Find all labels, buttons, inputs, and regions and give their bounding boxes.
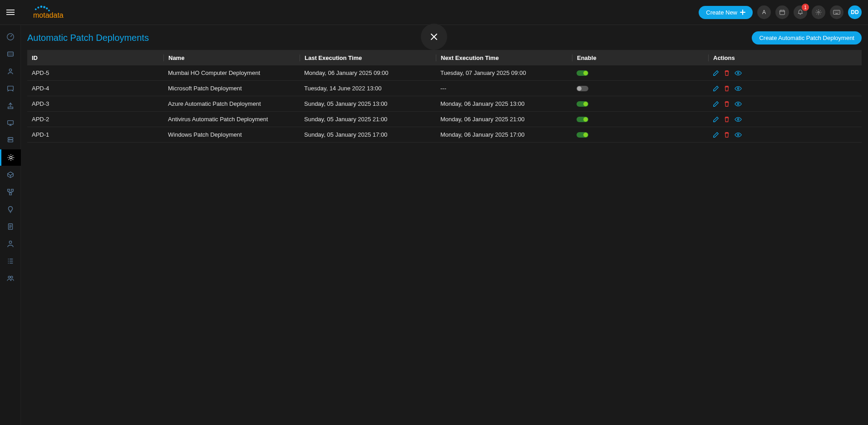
settings-button[interactable] (812, 5, 825, 19)
table-header: ID Name Last Execution Time Next Executi… (27, 50, 862, 65)
col-last-exec: Last Execution Time (300, 54, 436, 61)
delete-button[interactable] (724, 70, 730, 76)
delete-button[interactable] (724, 132, 730, 138)
gear-icon (7, 153, 15, 162)
eye-icon (735, 116, 742, 123)
trash-icon (724, 116, 730, 123)
enable-toggle[interactable] (577, 70, 588, 76)
cell-actions (708, 132, 862, 138)
table-row: APD-5Mumbai HO Computer DeploymentMonday… (27, 65, 862, 81)
svg-point-31 (737, 119, 739, 120)
pencil-icon (713, 70, 719, 76)
delete-button[interactable] (724, 85, 730, 92)
sidebar-item-ticket[interactable] (0, 46, 21, 62)
sidebar-item-integration[interactable] (0, 184, 21, 200)
edit-button[interactable] (713, 101, 719, 107)
enable-toggle[interactable] (577, 86, 588, 91)
sidebar-item-asset[interactable] (0, 80, 21, 97)
delete-button[interactable] (724, 116, 730, 123)
eye-icon (735, 85, 742, 92)
view-button[interactable] (735, 85, 742, 92)
menu-toggle[interactable] (6, 8, 15, 17)
cell-next-exec: Monday, 06 January 2025 13:00 (436, 100, 572, 107)
enable-toggle[interactable] (577, 132, 588, 138)
report-icon (6, 222, 15, 231)
cell-actions (708, 85, 862, 92)
edit-button[interactable] (713, 85, 719, 92)
edit-button[interactable] (713, 132, 719, 138)
view-button[interactable] (735, 132, 742, 138)
sidebar-item-cube[interactable] (0, 167, 21, 183)
edit-button[interactable] (713, 70, 719, 76)
svg-point-30 (737, 103, 739, 105)
svg-point-28 (737, 72, 739, 74)
col-name: Name (163, 54, 300, 61)
sidebar (0, 25, 21, 425)
edit-button[interactable] (713, 116, 719, 123)
cell-actions (708, 70, 862, 76)
cell-enable (572, 117, 708, 122)
cell-name: Antivirus Automatic Patch Deployment (163, 116, 300, 123)
col-next-exec: Next Execution Time (436, 54, 572, 61)
sidebar-item-server[interactable] (0, 132, 21, 148)
delete-button[interactable] (724, 101, 730, 107)
idea-icon (6, 205, 15, 213)
letter-button[interactable]: A (757, 5, 771, 19)
calendar-button[interactable] (775, 5, 789, 19)
svg-rect-15 (7, 121, 13, 124)
keyboard-button[interactable] (830, 5, 843, 19)
cell-last-exec: Sunday, 05 January 2025 13:00 (300, 100, 436, 107)
deployments-table: ID Name Last Execution Time Next Executi… (27, 50, 862, 143)
sidebar-item-user[interactable] (0, 63, 21, 79)
sidebar-item-idea[interactable] (0, 201, 21, 217)
eye-icon (735, 132, 742, 138)
svg-point-8 (818, 11, 819, 13)
svg-text:motadata: motadata (33, 11, 64, 19)
sidebar-item-dashboard[interactable] (0, 29, 21, 45)
sidebar-item-person[interactable] (0, 236, 21, 252)
ticket-icon (6, 50, 15, 58)
col-enable: Enable (572, 54, 708, 61)
sidebar-item-gear[interactable] (0, 149, 21, 166)
cell-name: Mumbai HO Computer Deployment (163, 69, 300, 76)
cell-next-exec: Tuesday, 07 January 2025 09:00 (436, 69, 572, 76)
cell-next-exec: Monday, 06 January 2025 17:00 (436, 131, 572, 138)
svg-point-2 (40, 5, 42, 8)
table-row: APD-1Windows Patch DeploymentSunday, 05 … (27, 127, 862, 143)
pencil-icon (713, 132, 719, 138)
trash-icon (724, 132, 730, 138)
notification-badge: 1 (802, 4, 809, 11)
pencil-icon (713, 85, 719, 92)
cell-actions (708, 101, 862, 107)
sidebar-item-monitor[interactable] (0, 115, 21, 131)
svg-point-1 (37, 6, 39, 8)
svg-rect-21 (7, 189, 10, 192)
asset-icon (6, 84, 15, 93)
create-apd-button[interactable]: Create Automatic Patch Deployment (752, 31, 862, 44)
create-new-button[interactable]: Create New (699, 6, 753, 19)
sidebar-item-list[interactable] (0, 253, 21, 269)
cell-enable (572, 70, 708, 76)
sidebar-item-report[interactable] (0, 218, 21, 235)
calendar-icon (779, 9, 785, 15)
svg-point-32 (737, 134, 739, 136)
svg-point-19 (9, 141, 9, 141)
view-button[interactable] (735, 101, 742, 107)
sidebar-item-group[interactable] (0, 270, 21, 287)
svg-rect-22 (11, 189, 13, 192)
cell-last-exec: Sunday, 05 January 2025 21:00 (300, 116, 436, 123)
deploy-icon (6, 102, 15, 110)
sidebar-item-deploy[interactable] (0, 98, 21, 114)
view-button[interactable] (735, 70, 742, 76)
enable-toggle[interactable] (577, 101, 588, 107)
enable-toggle[interactable] (577, 117, 588, 122)
user-icon (6, 67, 15, 75)
cell-next-exec: Monday, 06 January 2025 21:00 (436, 116, 572, 123)
view-button[interactable] (735, 116, 742, 123)
gear-icon (815, 9, 822, 15)
svg-point-4 (46, 7, 48, 9)
svg-point-20 (10, 156, 12, 158)
user-avatar[interactable]: DD (848, 5, 862, 19)
svg-point-12 (9, 69, 11, 71)
notifications-button[interactable]: 1 (794, 5, 807, 19)
